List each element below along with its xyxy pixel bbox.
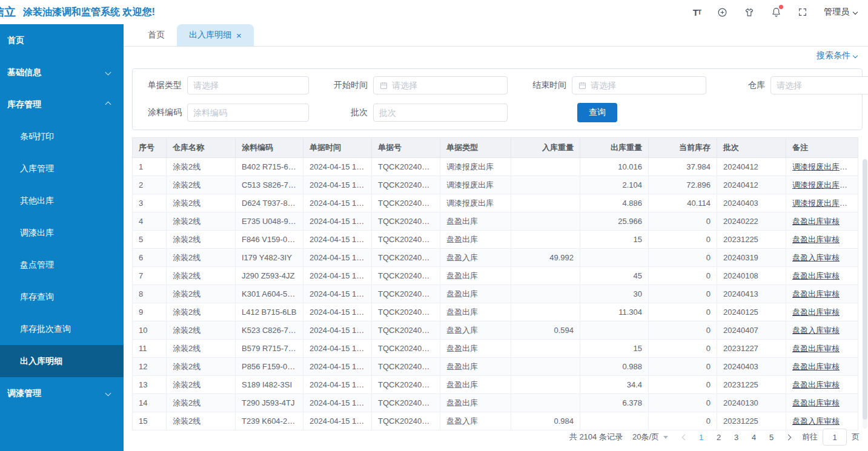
cell: 20240413	[717, 285, 786, 303]
remark-link[interactable]: 盘盈入库审核	[792, 326, 840, 335]
batch-input[interactable]	[379, 108, 502, 117]
page-size-select[interactable]: 20条/页	[632, 432, 668, 443]
column-header-3: 单据时间	[303, 138, 372, 158]
cell: 涂装2线	[167, 212, 236, 231]
warehouse-input[interactable]	[777, 81, 868, 90]
remark-link[interactable]: 盘盈出库审核	[792, 344, 840, 353]
font-size-icon[interactable]: TT	[693, 7, 701, 18]
field-end-time: 结束时间	[518, 76, 717, 94]
remark-link[interactable]: 盘盈出库审核	[792, 308, 840, 317]
prev-page-button[interactable]	[677, 435, 692, 439]
cell: 20231225	[717, 412, 786, 430]
remark-link[interactable]: 盘盈出库审核	[792, 398, 840, 407]
sidebar-item-2[interactable]: 库存管理	[0, 88, 124, 120]
cell: S189 I482-3SI	[236, 376, 303, 394]
cell: 2024-04-15 14:...	[303, 249, 372, 267]
warehouse-select[interactable]	[770, 76, 868, 94]
goto-page-input[interactable]	[823, 429, 847, 446]
cell: TQCK2024041....	[372, 249, 440, 267]
table-scrollbar[interactable]	[863, 159, 867, 429]
remark-cell: 盘盈出库审核	[786, 212, 858, 231]
cell	[511, 212, 580, 231]
paint-code-field[interactable]	[187, 104, 309, 122]
page-number-2[interactable]: 2	[710, 433, 727, 442]
next-page-button[interactable]	[780, 435, 796, 439]
cell: 20240125	[717, 303, 786, 321]
remark-cell: 盘盈入库审核	[786, 249, 858, 267]
tab-1[interactable]: 出入库明细×	[177, 24, 254, 46]
sidebar-item-label: 库存查询	[20, 292, 54, 303]
remark-link[interactable]: 盘盈出库审核	[792, 289, 840, 298]
goto-page: 前往 页	[802, 429, 860, 446]
query-button[interactable]: 查询	[577, 103, 617, 122]
cell: E735 U048-9EU	[236, 212, 303, 231]
page-number-4[interactable]: 4	[745, 433, 763, 442]
circle-plus-icon[interactable]	[717, 7, 727, 18]
batch-field[interactable]	[373, 104, 508, 122]
bell-icon[interactable]	[771, 7, 781, 18]
cell: 2024-04-15 15:...	[303, 176, 372, 194]
cell	[580, 249, 649, 267]
theme-shirt-icon[interactable]	[744, 7, 755, 18]
scrollbar-thumb[interactable]	[863, 159, 867, 420]
doc-type-select[interactable]	[187, 76, 309, 94]
chevron-up-icon	[105, 102, 111, 108]
sidebar-item-label: 入库管理	[20, 163, 54, 174]
remark-link[interactable]: 调漆报废出库审核	[792, 180, 855, 189]
remark-link[interactable]: 盘盈出库审核	[792, 380, 840, 389]
user-name: 管理员	[824, 7, 849, 18]
remark-cell: 调漆报废出库审核	[786, 194, 858, 212]
close-icon[interactable]: ×	[236, 31, 242, 40]
tab-label: 首页	[148, 30, 165, 41]
sidebar-item-1[interactable]: 基础信息	[0, 56, 124, 88]
remark-link[interactable]: 盘盈入库审核	[792, 253, 840, 262]
cell: 0	[649, 303, 717, 321]
user-menu[interactable]: 管理员	[824, 7, 857, 18]
start-time-input[interactable]	[392, 81, 502, 90]
sidebar-item-8[interactable]: 库存查询	[0, 281, 124, 313]
cell: 盘盈出库	[440, 231, 511, 249]
cell: 6	[133, 249, 167, 267]
cell: 涂装2线	[167, 176, 236, 194]
sidebar-item-3[interactable]: 条码打印	[0, 120, 124, 153]
fullscreen-icon[interactable]	[798, 7, 807, 17]
remark-link[interactable]: 调漆报废出库审核	[792, 199, 855, 208]
page-number-5[interactable]: 5	[763, 433, 780, 442]
search-conditions-toggle[interactable]: 搜索条件	[817, 50, 857, 61]
start-time-picker[interactable]	[373, 76, 508, 94]
sidebar-item-0[interactable]: 首页	[0, 24, 124, 56]
cell: 15	[133, 412, 167, 430]
sidebar-item-6[interactable]: 调漆出库	[0, 217, 124, 249]
remark-link[interactable]: 盘盈入库审核	[792, 416, 840, 426]
sidebar-item-7[interactable]: 盘点管理	[0, 249, 124, 281]
remark-link[interactable]: 调漆报废出库审核	[792, 162, 855, 171]
cell: 20240319	[717, 249, 786, 267]
end-time-input[interactable]	[591, 81, 700, 90]
remark-link[interactable]: 盘盈出库审核	[792, 235, 840, 244]
cell: 20240222	[717, 212, 786, 231]
tab-0[interactable]: 首页	[136, 24, 177, 46]
field-label: 单据类型	[134, 80, 187, 91]
page-number-3[interactable]: 3	[727, 433, 745, 442]
page-number-1[interactable]: 1	[692, 433, 710, 442]
search-toggle-row: 搜索条件	[124, 47, 868, 65]
doc-type-input[interactable]	[193, 81, 303, 90]
sidebar-item-11[interactable]: 调漆管理	[0, 377, 124, 409]
remark-link[interactable]: 盘盈出库审核	[792, 362, 840, 371]
cell: 2024-04-15 15:...	[303, 158, 372, 176]
field-label: 涂料编码	[134, 107, 187, 118]
sidebar-item-4[interactable]: 入库管理	[0, 153, 124, 185]
sidebar-item-9[interactable]: 库存批次查询	[0, 313, 124, 345]
cell: 涂装2线	[167, 231, 236, 249]
sidebar-item-5[interactable]: 其他出库	[0, 185, 124, 217]
remark-link[interactable]: 盘盈出库审核	[792, 271, 840, 280]
calendar-icon	[578, 81, 587, 90]
sidebar-item-10[interactable]: 出入库明细	[0, 345, 124, 377]
paint-code-input[interactable]	[193, 108, 303, 117]
end-time-picker[interactable]	[572, 76, 706, 94]
remark-link[interactable]: 盘盈出库审核	[792, 217, 840, 226]
notification-badge	[779, 5, 783, 9]
column-header-2: 涂料编码	[236, 138, 303, 158]
cell: 20240108	[717, 267, 786, 285]
cell	[511, 340, 580, 358]
